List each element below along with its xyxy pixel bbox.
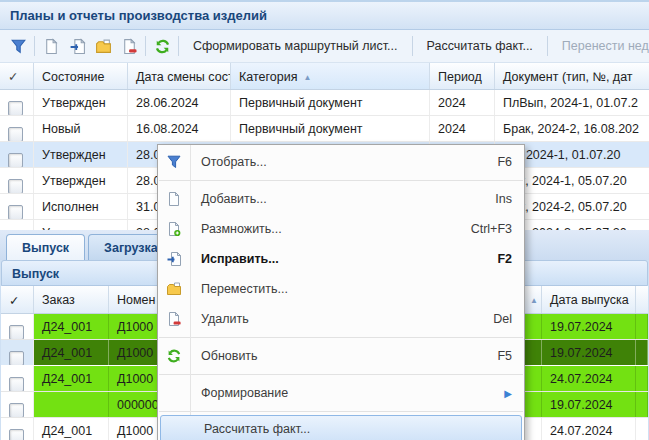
toolbar-separator (178, 36, 179, 56)
column-header-category[interactable]: Категория▲ (231, 63, 430, 89)
column-header-state[interactable]: Состояние (34, 63, 128, 89)
row-check-cell (1, 366, 34, 391)
row-check-cell (0, 168, 34, 193)
copy-document-icon (158, 221, 190, 237)
context-menu: Отобрать... F6 Добавить... Ins Размножит… (157, 144, 525, 440)
row-check-cell (0, 90, 34, 115)
state-cell: Утвержден (34, 220, 128, 230)
menu-separator (159, 374, 523, 375)
category-cell: Первичный документ (231, 116, 430, 141)
move-button[interactable] (90, 34, 116, 58)
row-check-cell (0, 142, 34, 167)
extra-cell (636, 392, 648, 417)
row-checkbox[interactable] (8, 205, 23, 219)
row-checkbox[interactable] (9, 429, 24, 440)
filter-button[interactable] (5, 34, 31, 58)
row-checkbox[interactable] (8, 101, 23, 115)
menu-separator (159, 180, 523, 181)
menu-item-label: Размножить... (201, 222, 471, 236)
menu-item-ispravit[interactable]: Исправить... F2 (158, 244, 524, 274)
delete-button[interactable] (116, 34, 142, 58)
release-date-cell: 19.07.2024 (542, 314, 636, 339)
column-header-document[interactable]: Документ (тип, №, дат (495, 63, 649, 89)
menu-item-label: Формирование (201, 386, 504, 400)
menu-item-shortcut: F2 (497, 252, 512, 266)
form-route-sheet-button[interactable]: Сформировать маршрутный лист... (182, 39, 409, 53)
move-folder-icon (95, 38, 112, 55)
toolbar-separator (145, 36, 146, 56)
menu-item-label: Удалить (201, 312, 493, 326)
state-cell: Утвержден (34, 142, 128, 167)
delete-document-icon (158, 311, 190, 327)
column-header-order[interactable]: Заказ (34, 286, 109, 313)
column-header-date[interactable]: Дата смены сост (128, 63, 231, 89)
transfer-button: Перенести нед (551, 39, 649, 53)
row-check-cell (1, 418, 34, 440)
window-title: Планы и отчеты производства изделий (0, 2, 649, 30)
menu-item-udalit[interactable]: Удалить Del (158, 304, 524, 334)
sort-asc-icon: ▲ (530, 296, 538, 305)
column-header-period[interactable]: Период (430, 63, 495, 89)
state-cell: Исполнен (34, 194, 128, 219)
refresh-icon (158, 348, 190, 364)
menu-item-razmnozhit[interactable]: Размножить... Ctrl+F3 (158, 214, 524, 244)
table-row[interactable]: Утвержден 28.06.2024 Первичный документ … (0, 90, 649, 116)
extra-cell (636, 366, 648, 391)
release-date-cell: 24.07.2024 (542, 418, 636, 440)
table-row[interactable]: Новый 16.08.2024 Первичный документ 2024… (0, 116, 649, 142)
tab-vypusk[interactable]: Выпуск (6, 234, 85, 260)
row-checkbox[interactable] (8, 153, 23, 167)
column-header-check[interactable]: ✓ (0, 63, 34, 89)
menu-item-label: Отобрать... (201, 155, 497, 169)
menu-item-otobrat[interactable]: Отобрать... F6 (158, 147, 524, 177)
row-checkbox[interactable] (9, 377, 24, 391)
menu-item-label: Рассчитать факт... (204, 422, 509, 436)
menu-item-shortcut: Ctrl+F3 (471, 222, 512, 236)
row-checkbox[interactable] (8, 127, 23, 141)
menu-item-label: Добавить... (201, 192, 495, 206)
column-header-release-date[interactable]: Дата выпуска (542, 286, 636, 313)
menu-item-shortcut: Ins (495, 192, 512, 206)
menu-item-rasschitat-fakt[interactable]: Рассчитать факт... (160, 415, 522, 440)
app-window: Планы и отчеты производства изделий (0, 0, 649, 440)
row-check-cell (1, 340, 34, 365)
add-document-icon (43, 38, 60, 55)
toolbar-separator (34, 36, 35, 56)
extra-cell (636, 340, 648, 365)
row-checkbox[interactable] (9, 325, 24, 339)
toolbar-separator (547, 36, 548, 56)
state-cell: Утвержден (34, 168, 128, 193)
row-checkbox[interactable] (9, 351, 24, 365)
sort-asc-icon: ▲ (303, 73, 311, 82)
refresh-button[interactable] (149, 34, 175, 58)
move-folder-icon (158, 281, 190, 297)
menu-item-shortcut: F5 (497, 349, 512, 363)
filter-icon (158, 154, 190, 170)
row-checkbox[interactable] (8, 179, 23, 193)
menu-item-label: Обновить (201, 349, 497, 363)
row-checkbox[interactable] (9, 403, 24, 417)
row-check-cell (0, 220, 34, 230)
column-header-check[interactable]: ✓ (1, 286, 34, 313)
column-header-category-label: Категория (239, 70, 297, 84)
state-cell: Утвержден (34, 90, 128, 115)
edit-button[interactable] (64, 34, 90, 58)
edit-document-icon (69, 38, 86, 55)
row-check-cell (0, 194, 34, 219)
menu-item-shortcut: F6 (497, 155, 512, 169)
date-cell: 28.06.2024 (128, 90, 231, 115)
add-document-icon (158, 191, 190, 207)
row-check-cell (0, 116, 34, 141)
order-cell (34, 392, 109, 417)
release-date-cell: 24.07.2024 (542, 366, 636, 391)
add-button[interactable] (38, 34, 64, 58)
row-check-cell (1, 392, 34, 417)
menu-item-formirovanie[interactable]: Формирование ▶ (158, 378, 524, 408)
menu-item-dobavit[interactable]: Добавить... Ins (158, 184, 524, 214)
menu-item-obnovit[interactable]: Обновить F5 (158, 341, 524, 371)
calculate-fact-button[interactable]: Рассчитать факт... (416, 39, 544, 53)
menu-separator (159, 337, 523, 338)
menu-item-peremestit[interactable]: Переместить... (158, 274, 524, 304)
extra-cell (636, 314, 648, 339)
state-cell: Новый (34, 116, 128, 141)
